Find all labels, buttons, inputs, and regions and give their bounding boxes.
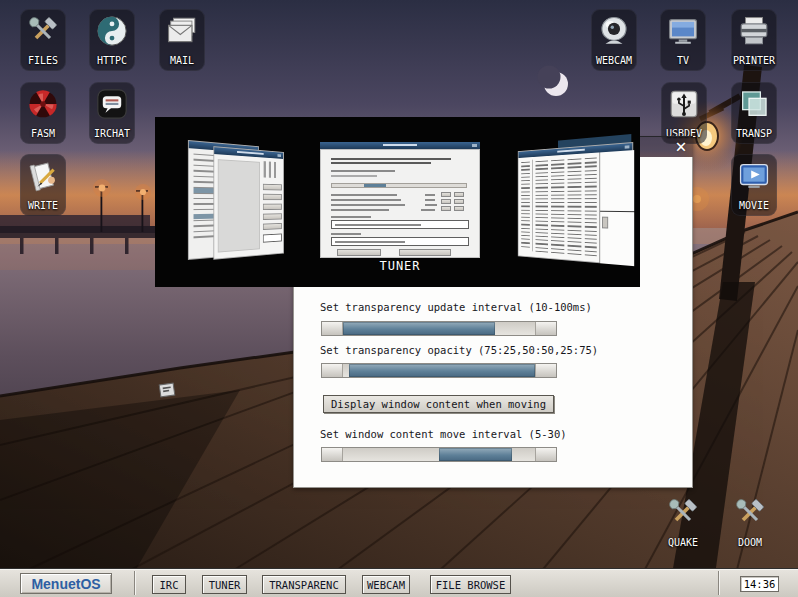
slider-right-arrow[interactable] [535, 448, 556, 461]
icon-label: HTTPC [97, 56, 127, 66]
icon-label: FASM [31, 129, 55, 139]
desktop-icon-files[interactable]: FILES [20, 9, 66, 71]
slider-track[interactable] [343, 364, 535, 377]
preview-divider [532, 160, 533, 252]
move-interval-label: Set window content move interval (5-30) [320, 428, 567, 440]
task-button-webcam[interactable]: WEBCAM [362, 575, 410, 594]
opacity-label: Set transparency opacity (75:25,50:50,25… [320, 344, 598, 356]
desktop-icon-webcam[interactable]: WEBCAM [591, 9, 637, 71]
icon-label: PRINTER [733, 56, 775, 66]
icon-label: IRCHAT [94, 129, 130, 139]
window-switcher-overlay: TUNER [155, 117, 640, 287]
preview-text-lines [585, 157, 597, 256]
icon-label: TV [677, 56, 689, 66]
slider-left-arrow[interactable] [322, 448, 343, 461]
icon-label: WRITE [28, 201, 58, 211]
desktop-icon-printer[interactable]: PRINTER [731, 9, 777, 71]
slider-left-arrow[interactable] [322, 322, 343, 335]
yinyang-icon [95, 14, 129, 48]
icon-label: DOOM [738, 538, 762, 548]
slider-right-arrow[interactable] [535, 364, 556, 377]
icon-label: TRANSP [736, 129, 772, 139]
preview-text-lines [521, 162, 529, 250]
slider-fill [343, 322, 495, 335]
preview-tilt-wrapper [186, 134, 285, 269]
window-preview-selected-tuner[interactable] [320, 142, 480, 258]
preview-button [263, 194, 282, 200]
usb-icon [667, 87, 701, 121]
slider-fill [439, 448, 512, 461]
desktop-icon-httpc[interactable]: HTTPC [89, 9, 135, 71]
desktop-icon-quake[interactable]: QUAKE [660, 496, 706, 550]
preview-button [263, 204, 282, 210]
task-button-transparenc[interactable]: TRANSPARENC [262, 575, 346, 594]
hammer-wrench-icon [666, 496, 700, 530]
preview-titlebar [214, 147, 283, 159]
preview-tilt-wrapper [518, 134, 637, 271]
selected-app-label: TUNER [320, 259, 480, 273]
slider-track[interactable] [343, 322, 535, 335]
slider-right-arrow[interactable] [535, 322, 556, 335]
preview-vslider [264, 161, 266, 177]
slider-fill [349, 364, 535, 377]
preview-vslider [269, 162, 271, 178]
tuner-preview-content [320, 149, 480, 258]
menuetos-start-button[interactable]: MenuetOS [20, 573, 112, 594]
taskbar-separator [134, 571, 135, 595]
overlap-squares-icon [737, 87, 771, 121]
slider-left-arrow[interactable] [322, 364, 343, 377]
task-button-irc[interactable]: IRC [152, 575, 186, 594]
preview-text-lines [536, 160, 549, 252]
move-interval-slider[interactable] [321, 447, 557, 462]
movie-player-icon [737, 159, 771, 193]
icon-label: WEBCAM [596, 56, 632, 66]
icon-label: MAIL [170, 56, 194, 66]
icon-label: MOVIE [739, 201, 769, 211]
preview-filebrowser-window [518, 142, 633, 266]
update-interval-label: Set transparency update interval (10-100… [320, 301, 592, 313]
menuetos-desktop: FILES HTTPC MAIL WEBCAM [0, 0, 798, 597]
update-interval-slider[interactable] [321, 321, 557, 336]
desktop-icon-mail[interactable]: MAIL [159, 9, 205, 71]
opacity-slider[interactable] [321, 363, 557, 378]
preview-canvas-panel [218, 159, 260, 252]
taskbar-separator [718, 571, 719, 595]
preview-titlebar [320, 142, 480, 149]
desktop-icon-fasm[interactable]: FASM [20, 82, 66, 144]
preview-side-panel [599, 150, 634, 266]
icon-label: QUAKE [668, 538, 698, 548]
red-fan-icon [26, 87, 60, 121]
preview-button [263, 213, 282, 220]
slider-track[interactable] [343, 448, 535, 461]
desktop-icon-doom[interactable]: DOOM [727, 496, 773, 550]
preview-front-window [213, 146, 283, 260]
desktop-icon-tv[interactable]: TV [660, 9, 706, 71]
desktop-icon-movie[interactable]: MOVIE [731, 154, 777, 216]
task-button-tuner[interactable]: TUNER [202, 575, 247, 594]
preview-vslider [274, 162, 276, 178]
hammer-wrench-icon [26, 14, 60, 48]
desktop-icon-transp[interactable]: TRANSP [731, 82, 777, 144]
preview-button [263, 184, 282, 191]
webcam-icon [597, 14, 631, 48]
display-content-when-moving-button[interactable]: Display window content when moving [323, 395, 554, 413]
scroll-pen-icon [26, 159, 60, 193]
envelope-icon [165, 14, 199, 48]
hammer-wrench-icon [733, 496, 767, 530]
printer-icon [737, 14, 771, 48]
preview-slider [331, 183, 467, 188]
window-preview-left[interactable] [185, 135, 307, 267]
desktop-icon-irchat[interactable]: IRCHAT [89, 82, 135, 144]
close-icon[interactable]: × [672, 136, 690, 157]
chat-bubble-icon [95, 87, 129, 121]
taskbar: MenuetOS IRC TUNER TRANSPARENC WEBCAM FI… [0, 568, 798, 597]
task-button-file-browse[interactable]: FILE BROWSE [430, 575, 511, 594]
window-preview-right[interactable] [492, 135, 638, 269]
preview-text-lines [551, 159, 564, 253]
preview-field [263, 233, 282, 242]
desktop-icon-write[interactable]: WRITE [20, 154, 66, 216]
tv-icon [666, 14, 700, 48]
preview-text-lines [568, 158, 582, 255]
taskbar-clock: 14:36 [740, 576, 779, 592]
icon-label: FILES [28, 56, 58, 66]
